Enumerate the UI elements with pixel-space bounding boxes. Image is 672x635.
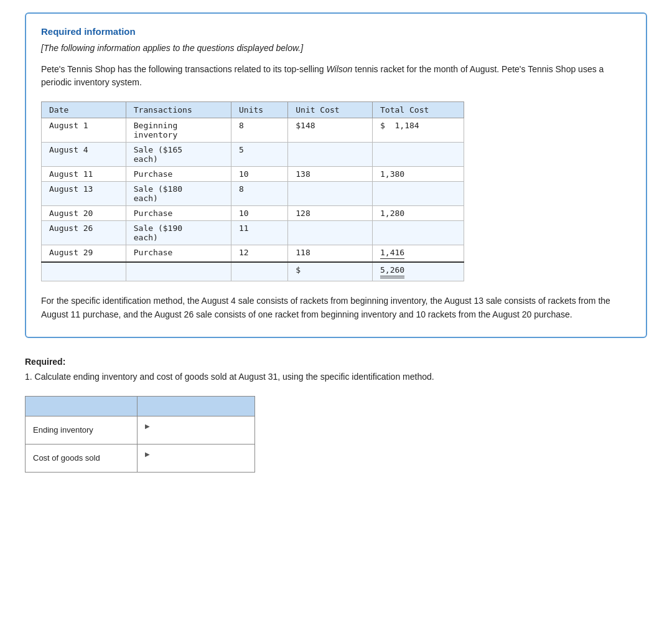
page-wrapper: Required information [The following info… [0,0,672,485]
cell-total-symbol: $ [288,262,373,281]
arrow-icon: ▶ [145,451,150,458]
col-header-total-cost: Total Cost [373,102,464,118]
cell-date: August 26 [42,221,126,245]
cell-unit-cost: 138 [288,167,373,182]
table-row: August 11 Purchase 10 138 1,380 [42,167,464,182]
table-row: August 13 Sale ($180each) 8 [42,182,464,206]
cell-date: August 4 [42,143,126,167]
italic-note: [The following information applies to th… [41,43,631,53]
cell-total-empty1 [42,262,126,281]
ending-inventory-value-cell[interactable]: ▶ [137,416,254,444]
cell-transaction: Beginninginventory [126,118,231,143]
specific-id-text: For the specific identification method, … [41,294,631,322]
col-header-units: Units [231,102,287,118]
answer-row-ending-inventory: Ending inventory ▶ [26,416,255,444]
col-header-unit-cost: Unit Cost [288,102,373,118]
cell-date: August 11 [42,167,126,182]
cogs-value-cell[interactable]: ▶ [137,444,254,472]
cell-transaction: Purchase [126,206,231,221]
table-row: August 20 Purchase 10 128 1,280 [42,206,464,221]
table-row: August 1 Beginninginventory 8 $148 $ 1,1… [42,118,464,143]
answer-col-header-left [26,396,138,416]
cell-total-cost [373,182,464,206]
cell-unit-cost: 128 [288,206,373,221]
cogs-input[interactable] [145,458,247,468]
cell-units: 11 [231,221,287,245]
col-header-date: Date [42,102,126,118]
cell-transaction: Sale ($165each) [126,143,231,167]
cell-units: 8 [231,182,287,206]
required-label: Required: [25,357,647,367]
cell-units: 12 [231,245,287,263]
cell-total-empty3 [231,262,287,281]
cell-transaction: Sale ($190each) [126,221,231,245]
cell-total-cost [373,143,464,167]
cell-date: August 20 [42,206,126,221]
cell-unit-cost [288,182,373,206]
cell-unit-cost: $148 [288,118,373,143]
cell-unit-cost [288,221,373,245]
cell-transaction: Sale ($180each) [126,182,231,206]
cell-total-empty2 [126,262,231,281]
transactions-table: Date Transactions Units Unit Cost Total … [41,101,464,281]
col-header-transactions: Transactions [126,102,231,118]
cell-date: August 29 [42,245,126,263]
cell-transaction: Purchase [126,167,231,182]
description-text: Pete's Tennis Shop has the following tra… [41,63,631,89]
required-section: Required: 1. Calculate ending inventory … [25,357,647,473]
cell-date: August 1 [42,118,126,143]
cell-total-cost: $ 1,184 [373,118,464,143]
cell-unit-cost [288,143,373,167]
cell-transaction: Purchase [126,245,231,263]
ending-inventory-input[interactable] [145,430,247,440]
cell-units: 10 [231,167,287,182]
required-info-title: Required information [41,26,631,37]
cell-units: 10 [231,206,287,221]
table-total-row: $ 5,260 [42,262,464,281]
ending-inventory-label: Ending inventory [26,416,138,444]
cogs-label: Cost of goods sold [26,444,138,472]
cell-date: August 13 [42,182,126,206]
cell-total-cost: 1,280 [373,206,464,221]
answer-col-header-right [137,396,254,416]
required-info-box: Required information [The following info… [25,12,647,338]
answer-table: Ending inventory ▶ Cost of goods sold ▶ [25,396,255,473]
cell-unit-cost: 118 [288,245,373,263]
cell-total-cost [373,221,464,245]
table-row: August 4 Sale ($165each) 5 [42,143,464,167]
required-question: 1. Calculate ending inventory and cost o… [25,370,647,383]
cell-total-cost: 1,416 [373,245,464,263]
answer-row-cogs: Cost of goods sold ▶ [26,444,255,472]
table-row: August 29 Purchase 12 118 1,416 [42,245,464,263]
table-row: August 26 Sale ($190each) 11 [42,221,464,245]
cell-units: 8 [231,118,287,143]
arrow-icon: ▶ [145,423,150,430]
cell-total-value: 5,260 [373,262,464,281]
cell-total-cost: 1,380 [373,167,464,182]
cell-units: 5 [231,143,287,167]
